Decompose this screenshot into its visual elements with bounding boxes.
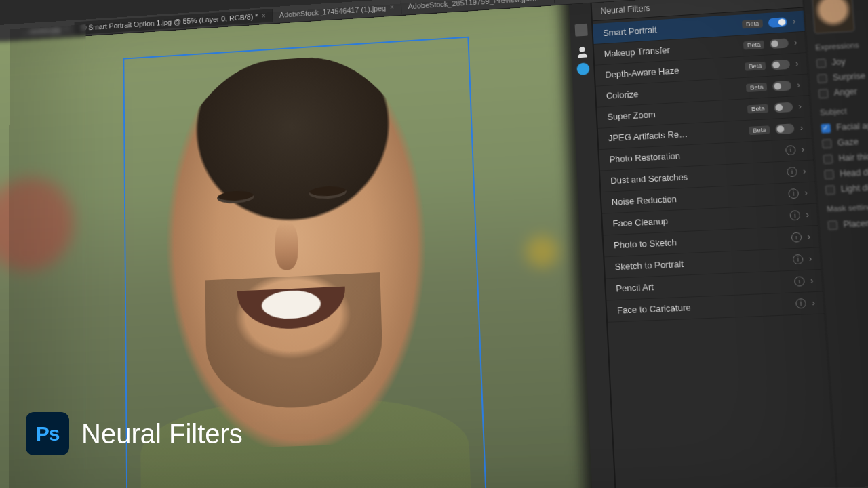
chevron-right-icon: ›	[803, 166, 806, 176]
info-icon[interactable]: i	[791, 232, 802, 242]
setting-label: Head direction	[840, 166, 868, 179]
chevron-right-icon: ›	[812, 298, 815, 308]
checkbox-icon[interactable]	[823, 154, 833, 163]
feature-title: Neural Filters	[81, 419, 243, 449]
filter-name: Pencil Art	[616, 277, 789, 293]
setting-label: Hair thickness	[838, 150, 868, 163]
info-icon[interactable]: i	[794, 276, 805, 286]
section-label: Expressions	[815, 38, 868, 52]
photoshop-logo: Ps	[26, 412, 69, 455]
chevron-right-icon: ›	[804, 188, 808, 198]
setting-label: Light direction	[840, 182, 868, 195]
checkbox-icon[interactable]	[821, 123, 831, 133]
filter-list: Neural Filters Smart PortraitBeta›Makeup…	[591, 0, 837, 488]
beta-badge: Beta	[743, 41, 764, 50]
chevron-right-icon: ›	[793, 16, 796, 26]
filter-name: Makeup Transfer	[604, 41, 738, 59]
chevron-right-icon: ›	[797, 80, 800, 89]
beta-badge: Beta	[747, 104, 768, 114]
beta-badge: Beta	[746, 83, 767, 92]
filter-name: Photo to Sketch	[614, 233, 786, 251]
active-dot-icon	[576, 62, 589, 75]
info-icon[interactable]: i	[789, 210, 800, 220]
info-icon[interactable]: i	[795, 298, 806, 308]
info-icon[interactable]: i	[787, 167, 797, 177]
setting-label: Placement	[843, 218, 868, 229]
setting-label: Joy	[831, 57, 846, 67]
chevron-right-icon: ›	[810, 276, 814, 286]
filter-name: Face to Caricature	[617, 299, 791, 316]
filter-name: Face Cleanup	[612, 211, 785, 228]
section-label: Subject	[820, 103, 868, 117]
neural-filters-panel: Neural Filters Smart PortraitBeta›Makeup…	[569, 0, 868, 488]
setting-label: Anger	[833, 87, 857, 98]
branding-overlay: Ps Neural Filters	[26, 412, 243, 455]
person-icon[interactable]	[576, 45, 589, 58]
checkbox-icon[interactable]	[817, 73, 827, 83]
filter-toggle[interactable]	[772, 81, 792, 92]
filter-name: Colorize	[606, 83, 741, 100]
chevron-right-icon: ›	[795, 59, 799, 68]
setting-label: Surprise	[833, 71, 866, 83]
filter-name: Photo Restoration	[609, 146, 780, 164]
checkbox-icon[interactable]	[818, 89, 829, 98]
filter-toggle[interactable]	[768, 17, 787, 28]
info-icon[interactable]: i	[788, 188, 799, 199]
chevron-right-icon: ›	[801, 144, 804, 155]
chevron-right-icon: ›	[807, 232, 810, 242]
face-thumbnail[interactable]	[812, 0, 855, 34]
section-label: Mask settings	[827, 201, 868, 214]
close-icon[interactable]: ×	[543, 0, 547, 1]
chevron-right-icon: ›	[806, 210, 809, 220]
close-icon[interactable]: ×	[262, 12, 266, 20]
chevron-right-icon: ›	[800, 123, 803, 134]
checkbox-icon[interactable]	[816, 58, 827, 68]
filter-name: Super Zoom	[607, 105, 743, 122]
chevron-right-icon: ›	[798, 102, 802, 112]
filter-name: Dust and Scratches	[610, 167, 782, 186]
filter-name: JPEG Artifacts Re…	[608, 126, 744, 143]
filter-toggle[interactable]	[771, 60, 790, 70]
info-icon[interactable]: i	[793, 254, 804, 264]
checkbox-icon[interactable]	[825, 185, 835, 195]
beta-badge: Beta	[745, 62, 766, 71]
tab-label: AdobeStock_174546417 (1).jpeg	[279, 3, 386, 18]
filter-toggle[interactable]	[774, 102, 793, 113]
filter-name: Depth-Aware Haze	[605, 62, 740, 80]
checkbox-icon[interactable]	[822, 139, 832, 148]
chevron-right-icon: ›	[808, 253, 812, 264]
setting-row[interactable]: Facial age	[821, 116, 868, 136]
setting-label: Gaze	[837, 137, 859, 148]
setting-row[interactable]: Placement	[827, 214, 868, 233]
setting-label: Facial age	[836, 121, 868, 133]
beta-badge: Beta	[742, 19, 763, 28]
subject-nose	[275, 222, 298, 270]
checkbox-icon[interactable]	[827, 220, 837, 230]
filter-name: Sketch to Portrait	[614, 255, 787, 272]
filter-toggle[interactable]	[770, 38, 789, 49]
close-icon[interactable]: ×	[390, 3, 394, 11]
filter-name: Noise Reduction	[612, 189, 783, 207]
chevron-right-icon: ›	[794, 38, 797, 47]
filter-toggle[interactable]	[775, 123, 795, 134]
logo-text: Ps	[36, 422, 60, 445]
beta-badge: Beta	[749, 125, 770, 135]
grid-icon[interactable]	[574, 24, 587, 37]
filter-name: Smart Portrait	[603, 20, 737, 38]
checkbox-icon[interactable]	[824, 169, 834, 179]
info-icon[interactable]: i	[785, 145, 796, 155]
